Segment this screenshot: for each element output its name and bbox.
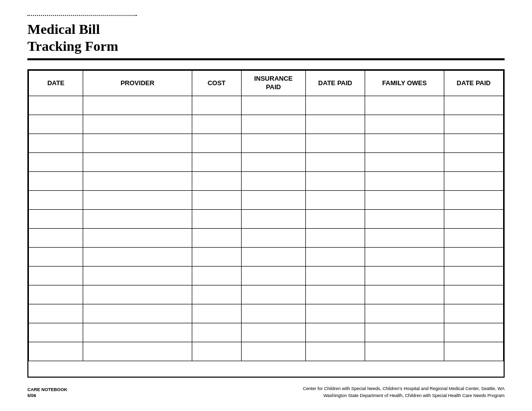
table-cell[interactable] [83, 115, 192, 134]
table-cell[interactable] [305, 342, 365, 361]
table-cell[interactable] [29, 228, 83, 247]
table-cell[interactable] [29, 304, 83, 323]
table-cell[interactable] [365, 247, 444, 266]
table-cell[interactable] [444, 228, 503, 247]
table-cell[interactable] [192, 190, 241, 209]
table-cell[interactable] [444, 285, 503, 304]
table-cell[interactable] [444, 209, 503, 228]
table-cell[interactable] [241, 171, 305, 190]
table-cell[interactable] [444, 152, 503, 171]
table-cell[interactable] [365, 115, 444, 134]
table-cell[interactable] [365, 304, 444, 323]
table-cell[interactable] [83, 152, 192, 171]
table-cell[interactable] [192, 266, 241, 285]
table-cell[interactable] [444, 323, 503, 342]
table-cell[interactable] [83, 96, 192, 115]
table-cell[interactable] [241, 266, 305, 285]
table-cell[interactable] [29, 96, 83, 115]
table-cell[interactable] [305, 171, 365, 190]
table-cell[interactable] [241, 228, 305, 247]
table-cell[interactable] [192, 228, 241, 247]
table-cell[interactable] [365, 285, 444, 304]
table-cell[interactable] [83, 209, 192, 228]
table-cell[interactable] [365, 190, 444, 209]
table-cell[interactable] [305, 266, 365, 285]
table-cell[interactable] [444, 304, 503, 323]
table-cell[interactable] [83, 266, 192, 285]
table-cell[interactable] [192, 285, 241, 304]
table-cell[interactable] [241, 152, 305, 171]
table-cell[interactable] [192, 115, 241, 134]
table-cell[interactable] [444, 190, 503, 209]
table-cell[interactable] [83, 304, 192, 323]
table-cell[interactable] [29, 247, 83, 266]
table-cell[interactable] [83, 171, 192, 190]
table-cell[interactable] [83, 247, 192, 266]
table-cell[interactable] [29, 209, 83, 228]
table-cell[interactable] [192, 171, 241, 190]
table-cell[interactable] [305, 96, 365, 115]
table-cell[interactable] [241, 304, 305, 323]
table-cell[interactable] [192, 152, 241, 171]
table-cell[interactable] [192, 96, 241, 115]
table-cell[interactable] [444, 134, 503, 152]
table-cell[interactable] [241, 96, 305, 115]
table-cell[interactable] [29, 323, 83, 342]
table-cell[interactable] [241, 323, 305, 342]
table-cell[interactable] [444, 115, 503, 134]
table-cell[interactable] [305, 285, 365, 304]
table-cell[interactable] [365, 152, 444, 171]
table-cell[interactable] [444, 96, 503, 115]
table-cell[interactable] [305, 190, 365, 209]
table-cell[interactable] [192, 304, 241, 323]
table-cell[interactable] [83, 342, 192, 361]
table-cell[interactable] [365, 266, 444, 285]
table-cell[interactable] [83, 228, 192, 247]
table-cell[interactable] [305, 134, 365, 152]
table-cell[interactable] [365, 134, 444, 152]
table-cell[interactable] [29, 266, 83, 285]
table-cell[interactable] [83, 190, 192, 209]
table-cell[interactable] [29, 115, 83, 134]
table-cell[interactable] [192, 209, 241, 228]
table-cell[interactable] [365, 228, 444, 247]
table-cell[interactable] [241, 115, 305, 134]
table-cell[interactable] [444, 342, 503, 361]
table-cell[interactable] [444, 247, 503, 266]
table-cell[interactable] [305, 115, 365, 134]
table-cell[interactable] [241, 134, 305, 152]
table-cell[interactable] [305, 323, 365, 342]
table-cell[interactable] [192, 134, 241, 152]
table-cell[interactable] [365, 209, 444, 228]
table-cell[interactable] [83, 285, 192, 304]
table-cell[interactable] [241, 342, 305, 361]
table-cell[interactable] [305, 209, 365, 228]
table-cell[interactable] [241, 247, 305, 266]
table-cell[interactable] [241, 285, 305, 304]
table-cell[interactable] [365, 342, 444, 361]
table-cell[interactable] [444, 266, 503, 285]
table-cell[interactable] [29, 171, 83, 190]
table-cell[interactable] [192, 323, 241, 342]
table-cell[interactable] [444, 171, 503, 190]
table-cell[interactable] [365, 171, 444, 190]
table-cell[interactable] [29, 190, 83, 209]
table-cell[interactable] [241, 209, 305, 228]
table-cell[interactable] [29, 152, 83, 171]
table-row [29, 96, 504, 115]
table-cell[interactable] [365, 96, 444, 115]
table-cell[interactable] [305, 152, 365, 171]
table-cell[interactable] [83, 134, 192, 152]
table-cell[interactable] [365, 323, 444, 342]
table-cell[interactable] [83, 323, 192, 342]
table-cell[interactable] [305, 228, 365, 247]
table-cell[interactable] [305, 304, 365, 323]
table-cell[interactable] [29, 285, 83, 304]
table-cell[interactable] [192, 342, 241, 361]
table-cell[interactable] [29, 134, 83, 152]
table-cell[interactable] [29, 342, 83, 361]
table-cell[interactable] [241, 190, 305, 209]
col-header-date-paid-2: DATE PAID [444, 71, 503, 96]
table-cell[interactable] [305, 247, 365, 266]
table-cell[interactable] [192, 247, 241, 266]
